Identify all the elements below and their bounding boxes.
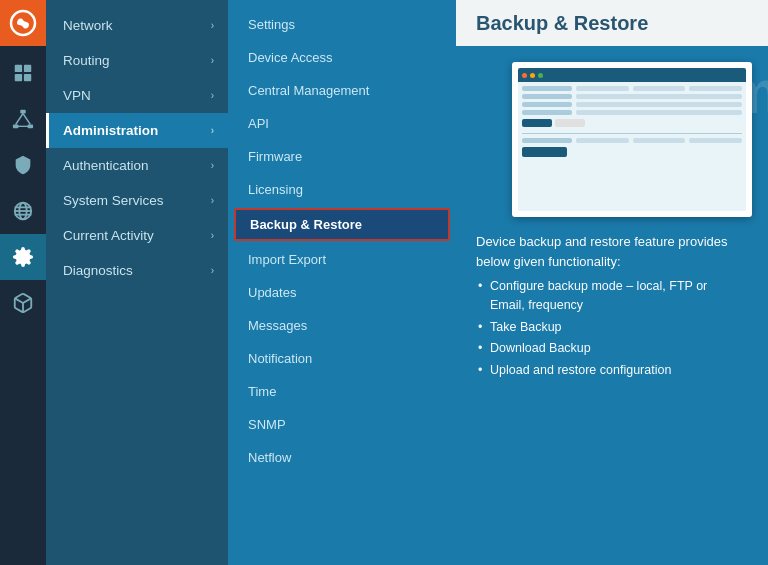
preview-field-9 <box>689 138 742 143</box>
third-menu-notification[interactable]: Notification <box>228 342 456 375</box>
preview-card <box>512 62 752 217</box>
chevron-right-icon: › <box>211 125 214 136</box>
description-item-1: Configure backup mode – local, FTP or Em… <box>476 277 738 315</box>
chevron-right-icon: › <box>211 265 214 276</box>
preview-min-dot <box>530 73 535 78</box>
second-menu-vpn[interactable]: VPN › <box>46 78 228 113</box>
svg-rect-4 <box>24 74 31 81</box>
dashboard-icon <box>12 62 34 84</box>
preview-label-1 <box>522 86 572 91</box>
preview-save-btn <box>522 119 552 127</box>
description-area: Device backup and restore feature provid… <box>476 232 748 380</box>
third-menu-firmware[interactable]: Firmware <box>228 140 456 173</box>
third-menu-central-management[interactable]: Central Management <box>228 74 456 107</box>
description-item-3: Download Backup <box>476 339 738 358</box>
svg-line-9 <box>23 114 30 125</box>
description-item-4: Upload and restore configuration <box>476 361 738 380</box>
preview-row-4 <box>522 110 742 115</box>
preview-field-3 <box>689 86 742 91</box>
chevron-right-icon: › <box>211 160 214 171</box>
content-body: System <box>456 46 768 399</box>
third-menu-api[interactable]: API <box>228 107 456 140</box>
second-menu-current-activity[interactable]: Current Activity › <box>46 218 228 253</box>
chevron-right-icon: › <box>211 230 214 241</box>
globe-icon <box>12 200 34 222</box>
third-menu-snmp[interactable]: SNMP <box>228 408 456 441</box>
chevron-right-icon: › <box>211 195 214 206</box>
second-menu-administration[interactable]: Administration › <box>46 113 228 148</box>
preview-row-5 <box>522 138 742 143</box>
logo-area[interactable] <box>0 0 46 46</box>
third-menu-device-access[interactable]: Device Access <box>228 41 456 74</box>
preview-label-3 <box>522 102 572 107</box>
box-icon <box>12 292 34 314</box>
preview-max-dot <box>538 73 543 78</box>
preview-close-dot <box>522 73 527 78</box>
preview-row-2 <box>522 94 742 99</box>
nav-icon-shield[interactable] <box>0 142 46 188</box>
third-menu-backup-restore[interactable]: Backup & Restore <box>234 208 450 241</box>
second-menu-diagnostics[interactable]: Diagnostics › <box>46 253 228 288</box>
svg-line-8 <box>16 114 23 125</box>
svg-rect-2 <box>24 65 31 72</box>
main-content: Backup & Restore System <box>456 0 768 565</box>
second-menu-system-services[interactable]: System Services › <box>46 183 228 218</box>
nav-icon-network[interactable] <box>0 96 46 142</box>
network-icon <box>12 108 34 130</box>
preview-btn-row-2 <box>522 147 742 157</box>
header-bar: Backup & Restore <box>456 0 768 46</box>
chevron-right-icon: › <box>211 20 214 31</box>
icon-sidebar <box>0 0 46 565</box>
third-menu-time[interactable]: Time <box>228 375 456 408</box>
chevron-right-icon: › <box>211 90 214 101</box>
svg-rect-3 <box>15 74 22 81</box>
third-menu-settings[interactable]: Settings <box>228 8 456 41</box>
description-title: Device backup and restore feature provid… <box>476 232 738 271</box>
preview-field-8 <box>633 138 686 143</box>
third-menu: Settings Device Access Central Managemen… <box>228 0 456 565</box>
shield-icon <box>12 154 34 176</box>
nav-icon-globe[interactable] <box>0 188 46 234</box>
preview-field-4 <box>576 94 742 99</box>
third-menu-licensing[interactable]: Licensing <box>228 173 456 206</box>
third-menu-import-export[interactable]: Import Export <box>228 243 456 276</box>
settings-icon <box>12 246 34 268</box>
preview-label-4 <box>522 110 572 115</box>
second-menu-authentication[interactable]: Authentication › <box>46 148 228 183</box>
preview-card-inner <box>518 68 746 211</box>
nav-icon-dashboard[interactable] <box>0 50 46 96</box>
preview-row-3 <box>522 102 742 107</box>
preview-btn-row <box>522 119 742 127</box>
preview-field-5 <box>576 102 742 107</box>
preview-label-5 <box>522 138 572 143</box>
second-menu: Network › Routing › VPN › Administration… <box>46 0 228 565</box>
sophos-logo <box>9 9 37 37</box>
second-menu-network[interactable]: Network › <box>46 8 228 43</box>
preview-body <box>518 82 746 211</box>
second-menu-routing[interactable]: Routing › <box>46 43 228 78</box>
chevron-right-icon: › <box>211 55 214 66</box>
description-list: Configure backup mode – local, FTP or Em… <box>476 277 738 380</box>
page-title: Backup & Restore <box>476 12 648 35</box>
preview-label-2 <box>522 94 572 99</box>
preview-row-1 <box>522 86 742 91</box>
preview-cancel-btn <box>555 119 585 127</box>
nav-icon-box[interactable] <box>0 280 46 326</box>
third-menu-netflow[interactable]: Netflow <box>228 441 456 474</box>
third-menu-updates[interactable]: Updates <box>228 276 456 309</box>
svg-rect-1 <box>15 65 22 72</box>
svg-rect-5 <box>20 110 26 114</box>
nav-icon-settings[interactable] <box>0 234 46 280</box>
third-menu-messages[interactable]: Messages <box>228 309 456 342</box>
preview-field-2 <box>633 86 686 91</box>
preview-field-7 <box>576 138 629 143</box>
preview-field-1 <box>576 86 629 91</box>
preview-topbar <box>518 68 746 82</box>
preview-field-6 <box>576 110 742 115</box>
description-item-2: Take Backup <box>476 318 738 337</box>
